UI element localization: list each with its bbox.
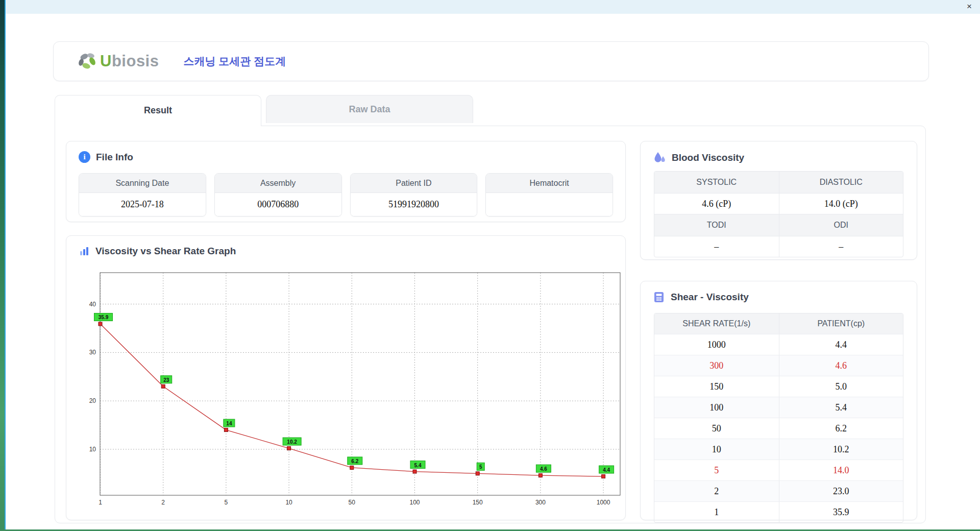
patient-cell: 6.2	[779, 418, 903, 439]
blood-viscosity-title-row: Blood Viscosity	[641, 141, 917, 164]
graph-title: Viscosity vs Shear Rate Graph	[95, 246, 236, 257]
svg-text:1000: 1000	[597, 499, 610, 506]
table-row: 300 4.6	[654, 355, 903, 376]
table-row: 1 35.9	[654, 502, 903, 522]
bv-header: SYSTOLIC	[654, 172, 779, 193]
shear-rate-cell: 150	[654, 376, 779, 397]
patient-column-header: PATIENT(cp)	[779, 313, 903, 334]
file-info-field: Scanning Date 2025-07-18	[79, 173, 206, 216]
field-label: Scanning Date	[79, 174, 206, 193]
window-titlebar: ×	[6, 0, 980, 14]
bv-value: 14.0 (cP)	[779, 194, 903, 214]
svg-text:14: 14	[226, 421, 232, 426]
shear-rate-cell: 2	[654, 481, 779, 501]
logo-letter-u: U	[100, 52, 112, 70]
svg-text:20: 20	[89, 397, 96, 404]
table-row: 10 10.2	[654, 439, 903, 460]
patient-cell: 4.4	[779, 334, 903, 355]
app-title: 스캐닝 모세관 점도계	[183, 54, 286, 68]
svg-text:5: 5	[479, 464, 482, 470]
close-icon[interactable]: ×	[967, 2, 972, 12]
shear-viscosity-title-row: Shear - Viscosity	[641, 281, 917, 303]
svg-text:5: 5	[225, 499, 228, 506]
svg-text:4.4: 4.4	[603, 467, 610, 473]
table-row: 100 5.4	[654, 397, 903, 418]
file-info-card: i File Info Scanning Date 2025-07-18 Ass…	[66, 141, 626, 222]
svg-text:4.6: 4.6	[540, 466, 547, 472]
patient-cell: 5.0	[779, 376, 903, 397]
file-info-fields: Scanning Date 2025-07-18 Assembly 000706…	[79, 173, 613, 216]
bv-header: TODI	[654, 214, 779, 236]
svg-text:5.4: 5.4	[414, 463, 422, 468]
shear-rate-cell: 1	[654, 502, 779, 522]
shear-viscosity-card: Shear - Viscosity SHEAR RATE(1/s) PATIEN…	[640, 281, 917, 520]
field-value: 000706880	[215, 193, 341, 216]
graph-title-row: Viscosity vs Shear Rate Graph	[66, 236, 625, 257]
svg-text:35.9: 35.9	[99, 315, 109, 320]
blood-viscosity-card: Blood Viscosity SYSTOLIC DIASTOLIC 4.6 (…	[640, 141, 917, 260]
shear-rate-cell: 50	[654, 418, 779, 439]
bv-value: –	[654, 236, 779, 257]
svg-text:2: 2	[161, 499, 165, 506]
svg-text:10: 10	[285, 499, 292, 506]
file-info-title-row: i File Info	[66, 141, 625, 163]
field-value: 2025-07-18	[79, 193, 206, 216]
viscosity-chart: 102030401251050100150300100035.9231410.2…	[77, 269, 630, 511]
logo-leaves-icon	[77, 52, 99, 70]
blood-viscosity-title: Blood Viscosity	[672, 152, 744, 163]
file-info-title: File Info	[96, 152, 133, 163]
svg-text:10.2: 10.2	[287, 439, 297, 445]
bv-value: 4.6 (cP)	[654, 194, 779, 214]
patient-cell: 4.6	[779, 355, 903, 376]
shear-table-body: 1000 4.4 300 4.6 150 5.0 100 5.4 50 6.2 …	[654, 334, 903, 522]
shear-rate-cell: 10	[654, 439, 779, 460]
svg-text:30: 30	[89, 349, 96, 356]
svg-text:150: 150	[473, 499, 483, 506]
shear-rate-cell: 300	[654, 355, 779, 376]
svg-text:6.2: 6.2	[351, 458, 358, 464]
svg-text:50: 50	[349, 499, 356, 506]
tab-result[interactable]: Result	[55, 95, 261, 126]
file-info-field: Assembly 000706880	[214, 173, 342, 216]
file-info-field: Hematocrit	[485, 173, 613, 216]
field-label: Hematocrit	[486, 174, 612, 193]
svg-text:1: 1	[99, 499, 102, 506]
header-card: Ubiosis 스캐닝 모세관 점도계	[53, 41, 929, 81]
bv-header-row: TODI ODI	[654, 214, 903, 236]
shear-table-header-row: SHEAR RATE(1/s) PATIENT(cp)	[654, 313, 903, 334]
patient-cell: 23.0	[779, 481, 903, 501]
bar-chart-icon	[79, 246, 90, 257]
table-row: 1000 4.4	[654, 334, 903, 355]
logo-text: Ubiosis	[100, 52, 159, 70]
table-row: 2 23.0	[654, 481, 903, 502]
field-label: Patient ID	[351, 174, 477, 193]
patient-cell: 35.9	[779, 502, 903, 522]
svg-text:10: 10	[89, 446, 96, 453]
table-row: 50 6.2	[654, 418, 903, 439]
shear-rate-cell: 100	[654, 397, 779, 418]
calculator-icon	[653, 291, 665, 303]
shear-rate-column-header: SHEAR RATE(1/s)	[654, 313, 779, 334]
graph-card: Viscosity vs Shear Rate Graph 1020304012…	[66, 235, 626, 520]
field-value	[486, 193, 612, 216]
logo-rest: biosis	[112, 52, 159, 70]
bv-value-row: – –	[654, 236, 903, 257]
file-info-field: Patient ID 51991920800	[350, 173, 478, 216]
svg-text:300: 300	[535, 499, 546, 506]
patient-cell: 5.4	[779, 397, 903, 418]
bv-header: ODI	[779, 214, 903, 236]
bv-value: –	[779, 236, 903, 257]
svg-text:23: 23	[163, 377, 169, 383]
tab-raw-data[interactable]: Raw Data	[266, 95, 473, 123]
bv-value-row: 4.6 (cP) 14.0 (cP)	[654, 194, 903, 214]
shear-rate-cell: 1000	[654, 334, 779, 355]
shear-viscosity-table: SHEAR RATE(1/s) PATIENT(cp) 1000 4.4 300…	[654, 313, 903, 523]
patient-cell: 14.0	[779, 460, 903, 480]
water-drops-icon	[653, 151, 666, 164]
shear-viscosity-title: Shear - Viscosity	[671, 292, 749, 303]
svg-text:100: 100	[409, 499, 420, 506]
shear-rate-cell: 5	[654, 460, 779, 480]
ubiosis-logo: Ubiosis	[77, 52, 159, 70]
info-icon: i	[79, 151, 90, 163]
table-row: 5 14.0	[654, 460, 903, 481]
